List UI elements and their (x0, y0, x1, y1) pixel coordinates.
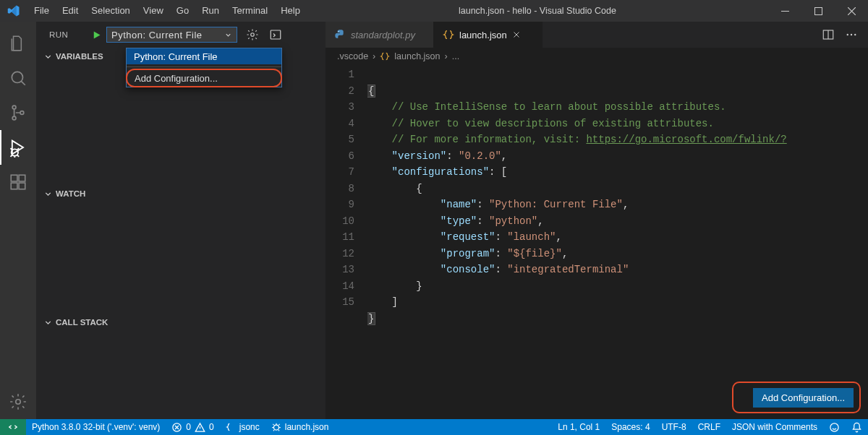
tab-bar: standardplot.py launch.json (326, 22, 868, 48)
section-watch[interactable]: WATCH (36, 185, 326, 202)
extensions-icon[interactable] (0, 165, 36, 199)
window-title: launch.json - hello - Visual Studio Code (307, 6, 768, 16)
more-actions-icon[interactable] (845, 28, 858, 41)
breadcrumb-file[interactable]: launch.json (394, 51, 440, 61)
main-menu: File Edit Selection View Go Run Terminal… (27, 0, 307, 22)
svg-point-2 (12, 72, 22, 82)
svg-point-18 (854, 34, 856, 35)
code-content[interactable]: { // Use IntelliSense to learn about pos… (367, 66, 868, 359)
line-gutter: 123456789101112131415 (326, 66, 367, 359)
maximize-button[interactable] (801, 0, 835, 22)
menu-terminal[interactable]: Terminal (226, 0, 274, 22)
indentation[interactable]: Spaces: 4 (605, 419, 655, 435)
activity-bar (0, 22, 36, 419)
breadcrumb-folder[interactable]: .vscode (337, 51, 368, 61)
split-editor-icon[interactable] (822, 28, 835, 41)
feedback-icon[interactable] (823, 419, 846, 435)
section-callstack-label: CALL STACK (56, 318, 108, 327)
config-option-current-file[interactable]: Python: Current File (127, 48, 281, 64)
chevron-down-icon (43, 189, 53, 199)
svg-point-17 (851, 34, 852, 35)
svg-point-12 (251, 33, 255, 37)
menu-file[interactable]: File (27, 0, 56, 22)
source-control-icon[interactable] (0, 95, 36, 130)
chevron-right-icon: › (373, 51, 375, 61)
menu-selection[interactable]: Selection (85, 0, 136, 22)
language-mode[interactable]: JSON with Comments (726, 419, 823, 435)
svg-rect-7 (11, 175, 17, 181)
breadcrumb[interactable]: .vscode › launch.json › ... (326, 48, 868, 65)
svg-point-16 (847, 34, 848, 35)
svg-point-5 (20, 111, 24, 115)
svg-point-20 (273, 425, 278, 430)
tab-label: standardplot.py (351, 30, 415, 40)
editor-group: standardplot.py launch.json .vscode › la… (326, 22, 868, 419)
menu-separator (127, 66, 281, 67)
debug-target[interactable]: launch.json (265, 419, 335, 435)
add-configuration-button[interactable]: Add Configuration... (753, 388, 854, 408)
explorer-icon[interactable] (0, 26, 36, 61)
run-sidebar: RUN Python: Current File Python: Current… (36, 22, 326, 419)
menu-help[interactable]: Help (274, 0, 307, 22)
close-button[interactable] (835, 0, 868, 22)
section-callstack[interactable]: CALL STACK (36, 314, 326, 331)
search-icon[interactable] (0, 61, 36, 95)
lang-hint[interactable]: jsonc (220, 419, 265, 435)
encoding[interactable]: UTF-8 (656, 419, 692, 435)
cursor-position[interactable]: Ln 1, Col 1 (552, 419, 605, 435)
menu-go[interactable]: Go (170, 0, 195, 22)
svg-point-3 (12, 105, 16, 109)
run-panel-title: RUN (49, 30, 91, 39)
eol[interactable]: CRLF (692, 419, 726, 435)
tab-standardplot[interactable]: standardplot.py (326, 22, 434, 48)
debug-console-icon[interactable] (269, 28, 282, 41)
vscode-logo (0, 4, 27, 17)
svg-rect-10 (19, 175, 25, 181)
svg-point-4 (12, 116, 16, 120)
config-option-add[interactable]: Add Configuration... (127, 70, 281, 86)
config-dropdown-menu: Python: Current File Add Configuration..… (126, 48, 282, 87)
chevron-right-icon: › (445, 51, 448, 61)
section-watch-label: WATCH (56, 189, 85, 198)
code-editor[interactable]: 123456789101112131415 { // Use IntelliSe… (326, 65, 868, 359)
run-debug-icon[interactable] (0, 130, 36, 165)
open-settings-icon[interactable] (246, 28, 259, 41)
title-bar: File Edit Selection View Go Run Terminal… (0, 0, 868, 22)
svg-rect-0 (781, 11, 789, 12)
json-file-icon (380, 51, 390, 61)
remote-indicator[interactable] (0, 419, 26, 435)
settings-gear-icon[interactable] (0, 384, 36, 419)
svg-rect-8 (11, 183, 17, 189)
svg-rect-1 (814, 7, 822, 14)
python-interpreter[interactable]: Python 3.8.0 32-bit ('.venv': venv) (26, 419, 166, 435)
problems-indicator[interactable]: 0 0 (166, 419, 219, 435)
tab-label: launch.json (459, 30, 507, 40)
json-file-icon (443, 29, 454, 40)
status-bar: Python 3.8.0 32-bit ('.venv': venv) 0 0 … (0, 419, 868, 435)
debug-config-select[interactable]: Python: Current File (106, 27, 237, 43)
chevron-down-icon (224, 31, 232, 39)
svg-rect-9 (19, 183, 25, 189)
svg-point-11 (16, 400, 21, 405)
python-file-icon (334, 29, 346, 40)
config-select-value: Python: Current File (111, 30, 203, 40)
menu-view[interactable]: View (137, 0, 170, 22)
menu-edit[interactable]: Edit (56, 0, 85, 22)
close-icon[interactable] (512, 30, 521, 39)
svg-point-21 (830, 423, 838, 431)
svg-point-14 (338, 31, 339, 32)
chevron-down-icon (43, 318, 53, 327)
tab-launch-json[interactable]: launch.json (434, 22, 542, 48)
notifications-icon[interactable] (846, 419, 868, 435)
minimize-button[interactable] (768, 0, 801, 22)
breadcrumb-tail[interactable]: ... (452, 51, 459, 61)
section-variables-label: VARIABLES (56, 52, 103, 61)
start-debug-icon[interactable] (91, 30, 102, 40)
menu-run[interactable]: Run (195, 0, 226, 22)
chevron-down-icon (43, 52, 53, 61)
svg-rect-13 (271, 30, 281, 39)
